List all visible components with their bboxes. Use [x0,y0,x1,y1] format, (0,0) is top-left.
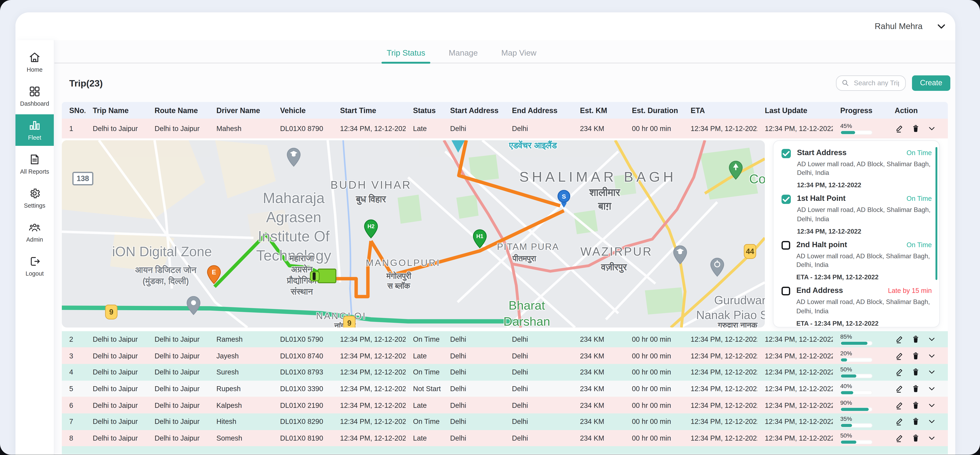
progress-value: 85% [840,333,887,340]
delete-trip-button[interactable] [911,335,920,344]
cell-last_update: 12:34 PM, 12-12-2022 [757,336,833,343]
edit-trip-button[interactable] [895,351,904,360]
stop-title: End Address [796,286,843,295]
sidebar-item-all-reports[interactable]: All Reports [16,148,54,180]
cell-start_address: Delhi [443,401,504,409]
user-name: Rahul Mehra [875,22,923,31]
delete-trip-button[interactable] [911,400,920,410]
cell-vehicle: DL01X0 8790 [273,125,332,132]
edit-trip-button[interactable] [895,417,904,426]
progress-cell: 50% [833,432,887,444]
truck[interactable] [309,268,337,287]
marker-e-end-pin[interactable]: E [207,265,221,287]
sidebar-item-logout[interactable]: Logout [16,250,54,282]
checkbox-unchecked[interactable] [781,287,790,295]
stop-title: Start Address [797,148,846,157]
edit-trip-button[interactable] [895,433,904,442]
edit-trip-button[interactable] [895,335,904,344]
table-row[interactable]: 3Delhi to JaipurDelhi to JaipurJayeshDL0… [62,347,948,364]
trip-stop-item: 1st Halt PointOn TimeAD Lower mall road,… [781,194,932,235]
column-header-start_address: Start Address [443,106,504,115]
sidebar-item-label: Fleet [28,134,41,141]
delete-trip-button[interactable] [911,384,920,393]
table-row[interactable]: 4Delhi to JaipurDelhi to JaipurSureshDL0… [62,364,948,380]
cell-driver_name: Somesh [209,434,273,442]
cell-vehicle: DL01X0 8190 [273,434,332,442]
expand-row-button[interactable] [927,400,936,410]
cell-driver_name: Kalpesh [209,401,273,409]
tab-map-view[interactable]: Map View [500,43,538,62]
trip-table: SNo.Trip NameRoute NameDriver NameVehicl… [54,102,955,455]
search-input[interactable] [853,78,900,87]
edit-trip-button[interactable] [895,384,904,393]
tree-pin [729,160,743,182]
search-box[interactable] [836,75,906,90]
sidebar-item-label: Dashboard [20,100,49,107]
marker-s-start-pin[interactable]: S [557,190,571,211]
delete-trip-button[interactable] [911,124,920,133]
cell-trip_name: Delhi to Jaipur [85,401,147,409]
cell-sno: 7 [62,418,85,425]
fleet-icon [29,119,41,132]
reports-icon [29,153,41,166]
expand-row-button[interactable] [927,335,936,344]
sidebar-item-dashboard[interactable]: Dashboard [16,80,54,112]
cell-start_time: 12:34 PM, 12-12-2022 [332,385,406,392]
cell-last_update: 12:34 PM, 12-12-2022 [757,401,833,409]
table-row[interactable]: 7Delhi to JaipurDelhi to JaipurHiteshDL0… [62,414,948,430]
cell-vehicle: DL01X0 8290 [273,418,332,425]
cell-est_duration: 00 hr 00 min [624,336,683,343]
edit-trip-button[interactable] [895,368,904,377]
marker-h1-halt-pin[interactable]: H1 [473,229,487,250]
table-row[interactable]: 2Delhi to JaipurDelhi to JaipurRameshDL0… [62,331,948,347]
expand-row-button[interactable] [927,384,936,393]
sidebar-item-home[interactable]: Home [16,46,54,78]
tab-manage[interactable]: Manage [447,43,479,62]
cell-trip_name: Delhi to Jaipur [85,125,147,132]
tab-trip-status[interactable]: Trip Status [385,43,426,62]
expand-row-button[interactable] [927,368,936,377]
sidebar-item-admin[interactable]: Admin [16,216,54,248]
edit-trip-button[interactable] [895,124,904,133]
checkbox-checked[interactable] [781,149,791,158]
checkbox-checked[interactable] [781,195,791,204]
cell-eta: 12:34 PM, 12-12-2022 [683,401,757,409]
cell-sno: 2 [62,336,85,343]
progress-bar [840,440,872,444]
checkbox-unchecked[interactable] [781,241,790,249]
cell-last_update: 12:34 PM, 12-12-2022 [757,368,833,376]
settings-icon [29,187,41,200]
sidebar: HomeDashboardFleetAll ReportsSettingsAdm… [16,40,54,455]
delete-trip-button[interactable] [911,433,920,442]
cell-trip_name: Delhi to Jaipur [85,418,147,425]
cell-vehicle: DL01X0 8793 [273,368,332,376]
sidebar-item-fleet[interactable]: Fleet [16,114,54,146]
progress-cell: 45% [833,122,887,135]
delete-trip-button[interactable] [911,368,920,377]
stop-header: Start AddressOn Time [797,148,932,157]
table-row[interactable]: 8Delhi to JaipurDelhi to JaipurSomeshDL0… [62,430,948,446]
expand-row-button[interactable] [927,124,936,133]
home-icon [29,51,41,63]
cell-eta: 12:34 PM, 12-12-2022 [683,125,757,132]
delete-trip-button[interactable] [911,417,920,426]
table-row[interactable]: 6Delhi to JaipurDelhi to JaipurKalpeshDL… [62,397,948,414]
expand-row-button[interactable] [927,433,936,442]
table-row[interactable]: 5Delhi to JaipurDelhi to JaipurRupeshDL0… [62,380,948,397]
user-menu-chevron-down-icon[interactable] [936,21,947,32]
stop-status-badge: Late by 15 min [888,287,932,294]
expand-row-button[interactable] [927,351,936,360]
cell-eta: 12:34 PM, 12-12-2022 [683,418,757,425]
cell-start_time: 12:34 PM, 12-12-2022 [332,336,406,343]
table-row[interactable]: 1Delhi to JaipurDelhi to JaipurMaheshDL0… [62,119,948,138]
column-header-action: Action [887,106,948,115]
stop-address: AD Lower mall road, AD Block, Shalimar B… [797,160,932,178]
trip-map[interactable]: एडवेंचर आइलैंडSHALIMAR BAGHशालीमारबाग़Co… [62,140,765,327]
sidebar-item-settings[interactable]: Settings [16,182,54,214]
delete-trip-button[interactable] [911,351,920,360]
panel-scrollbar[interactable] [935,147,937,280]
create-button[interactable]: Create [912,75,950,90]
expand-row-button[interactable] [927,417,936,426]
marker-h2-halt-pin[interactable]: H2 [364,219,378,241]
edit-trip-button[interactable] [895,400,904,410]
